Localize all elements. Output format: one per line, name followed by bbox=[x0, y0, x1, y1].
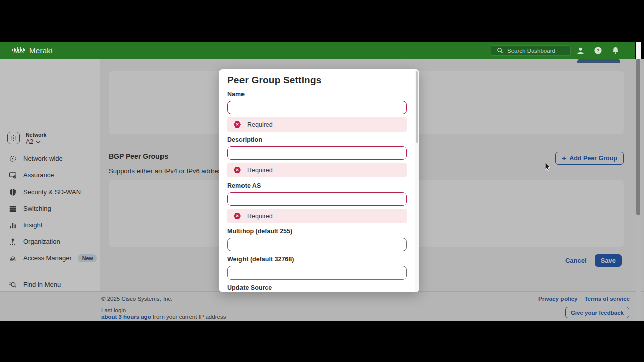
search-icon bbox=[495, 46, 504, 55]
required-error-banner: ✕Required bbox=[227, 163, 407, 177]
svg-text:?: ? bbox=[596, 48, 599, 53]
required-error-banner: ✕Required bbox=[227, 209, 407, 223]
bell-icon[interactable] bbox=[611, 46, 620, 55]
peer-group-settings-modal: Peer Group Settings Name✕RequiredDescrip… bbox=[219, 69, 419, 292]
field-label-description: Description bbox=[227, 137, 411, 143]
search-placeholder: Search Dashboard bbox=[507, 48, 555, 54]
field-input-weight-default-32768-[interactable] bbox=[227, 266, 407, 280]
required-error-text: Required bbox=[247, 167, 273, 174]
error-x-icon: ✕ bbox=[234, 167, 241, 174]
field-input-description[interactable] bbox=[227, 146, 407, 160]
field-label-name: Name bbox=[227, 91, 411, 98]
field-label-weight-default-32768-: Weight (default 32768) bbox=[227, 256, 411, 263]
cisco-logo-icon: cisco bbox=[12, 47, 25, 54]
screen: cisco Meraki Search Dashboard ? bbox=[0, 0, 644, 362]
user-icon[interactable] bbox=[576, 46, 585, 55]
modal-scrollbar-thumb[interactable] bbox=[416, 71, 418, 143]
field-label-update-source: Update Source bbox=[227, 285, 411, 291]
required-error-text: Required bbox=[247, 121, 273, 128]
app-header: cisco Meraki Search Dashboard ? bbox=[0, 42, 635, 59]
field-label-multihop-default-255-: Multihop (default 255) bbox=[227, 228, 411, 235]
cisco-wordmark: cisco bbox=[14, 51, 24, 54]
meraki-wordmark: Meraki bbox=[29, 46, 53, 55]
field-input-remote-as[interactable] bbox=[227, 192, 407, 206]
modal-title: Peer Group Settings bbox=[227, 74, 411, 86]
field-input-multihop-default-255-[interactable] bbox=[227, 238, 407, 251]
brand[interactable]: cisco Meraki bbox=[12, 46, 53, 55]
help-icon[interactable]: ? bbox=[593, 46, 602, 55]
required-error-text: Required bbox=[247, 213, 273, 220]
search-input[interactable]: Search Dashboard bbox=[491, 45, 571, 56]
modal-scrollbar-track[interactable] bbox=[415, 69, 419, 292]
error-x-icon: ✕ bbox=[234, 213, 241, 220]
field-label-remote-as: Remote AS bbox=[227, 183, 411, 189]
required-error-banner: ✕Required bbox=[227, 117, 407, 132]
error-x-icon: ✕ bbox=[234, 121, 241, 128]
field-input-name[interactable] bbox=[227, 101, 407, 114]
mouse-cursor bbox=[545, 162, 551, 174]
